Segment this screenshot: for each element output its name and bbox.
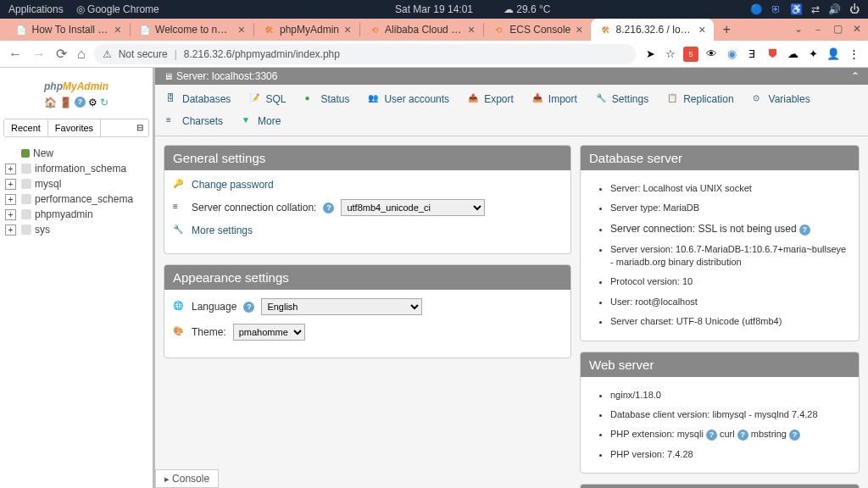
collation-select[interactable]: utf8mb4_unicode_ci <box>341 199 485 216</box>
close-icon[interactable]: × <box>698 23 705 36</box>
menu-sql[interactable]: 📝SQL <box>240 88 295 110</box>
ext-icon-2[interactable]: 👁 <box>704 47 719 62</box>
applications-menu[interactable]: Applications <box>8 3 64 15</box>
theme-label: Theme: <box>192 326 226 338</box>
recent-tab[interactable]: Recent <box>4 119 48 136</box>
close-icon[interactable]: × <box>344 23 351 36</box>
reload-button[interactable]: ⟳ <box>54 44 69 64</box>
language-select[interactable]: English <box>261 298 422 315</box>
menu-replication[interactable]: 📋Replication <box>658 88 743 110</box>
tree-db-item[interactable]: +phpmyadmin <box>5 207 147 222</box>
ext-icon-6[interactable]: ☁ <box>785 47 800 62</box>
settings-icon[interactable]: ⚙ <box>88 97 97 108</box>
server-breadcrumb[interactable]: 🖥 Server: localhost:3306⌃ <box>155 68 868 85</box>
home-button[interactable]: ⌂ <box>75 45 87 64</box>
tree-db-item[interactable]: +information_schema <box>5 161 147 176</box>
tree-db-item[interactable]: +performance_schema <box>5 191 147 207</box>
change-password-link[interactable]: Change password <box>192 179 274 191</box>
info-item: Server connection: SSL is not being used… <box>610 219 850 240</box>
send-icon[interactable]: ➤ <box>643 47 658 62</box>
tab-alibaba[interactable]: ⟲Alibaba Cloud Con× <box>360 19 483 41</box>
tree-new[interactable]: New <box>5 146 147 161</box>
tab-nginx[interactable]: 📄Welcome to nginx!× <box>131 19 253 41</box>
menu-export[interactable]: 📤Export <box>459 88 523 110</box>
panel-header: Web server <box>581 352 859 377</box>
help-icon[interactable]: ? <box>243 302 254 313</box>
menu-more[interactable]: ▼More <box>232 110 290 132</box>
web-server-panel: Web server nginx/1.18.0 Database client … <box>580 352 860 474</box>
close-icon[interactable]: × <box>576 23 582 36</box>
profile-icon[interactable]: 👤 <box>826 47 841 62</box>
more-settings-link[interactable]: More settings <box>192 225 253 236</box>
tree-db-item[interactable]: +mysql <box>5 176 147 191</box>
ext-icon-5[interactable]: ⛊ <box>765 47 780 62</box>
warning-icon: ⚠ <box>103 48 112 60</box>
menu-icon[interactable]: ⋮ <box>846 47 861 62</box>
tab-phpmyadmin[interactable]: 🛠phpMyAdmin× <box>254 19 359 41</box>
new-tab-button[interactable]: + <box>714 22 738 37</box>
menu-users[interactable]: 👥User accounts <box>359 88 459 110</box>
logo: phpMyAdmin 🏠 🚪 ? ⚙ ↻ <box>0 68 153 115</box>
collation-label: Server connection collation: <box>192 202 316 214</box>
theme-select[interactable]: pmahomme <box>233 324 305 341</box>
menu-settings[interactable]: 🔧Settings <box>587 88 658 110</box>
close-icon[interactable]: × <box>114 23 121 36</box>
info-item: Server: Localhost via UNIX socket <box>610 179 850 198</box>
volume-icon: 🔊 <box>828 3 841 15</box>
language-label: Language <box>192 301 236 313</box>
exit-icon[interactable]: 🚪 <box>59 97 72 108</box>
panel-header: Appearance settings <box>164 265 570 290</box>
url-text: 8.216.32.6/phpmyadmin/index.php <box>184 48 340 60</box>
forward-button[interactable]: → <box>31 45 47 64</box>
docs-icon[interactable]: ? <box>75 97 86 108</box>
info-item: PHP version: 7.4.28 <box>610 445 850 464</box>
weather: ☁ 29.6 °C <box>504 3 551 15</box>
minimize-icon[interactable]: － <box>813 23 823 37</box>
accessibility-icon: ♿ <box>790 3 803 15</box>
menu-status[interactable]: ●Status <box>295 88 359 110</box>
close-icon[interactable]: × <box>468 23 475 36</box>
reload-nav-icon[interactable]: ↻ <box>100 97 108 108</box>
collapse-icon[interactable]: ⊟ <box>131 119 148 136</box>
extensions-icon[interactable]: ✦ <box>805 47 821 62</box>
database-server-panel: Database server Server: Localhost via UN… <box>580 145 860 341</box>
info-item: nginx/1.18.0 <box>610 385 850 405</box>
general-settings-panel: General settings 🔑Change password ≡Serve… <box>164 145 571 254</box>
appearance-settings-panel: Appearance settings 🌐Language? English 🎨… <box>164 264 571 358</box>
help-icon[interactable]: ? <box>737 430 748 441</box>
close-icon[interactable]: × <box>238 23 245 36</box>
db-tree: New +information_schema +mysql +performa… <box>0 141 153 242</box>
info-item: Protocol version: 10 <box>610 272 850 291</box>
console-toggle[interactable]: ▸ Console <box>155 469 219 488</box>
help-icon[interactable]: ? <box>799 225 810 236</box>
ext-icon-4[interactable]: Ǝ <box>744 47 760 62</box>
info-item: Server charset: UTF-8 Unicode (utf8mb4) <box>610 312 850 331</box>
menu-import[interactable]: 📥Import <box>523 88 587 110</box>
chevron-down-icon[interactable]: ⌄ <box>794 23 803 37</box>
back-button[interactable]: ← <box>7 45 24 64</box>
menu-databases[interactable]: 🗄Databases <box>157 88 240 110</box>
url-input[interactable]: ⚠ Not secure | 8.216.32.6/phpmyadmin/ind… <box>94 44 636 64</box>
tab-ecs[interactable]: ⟲ECS Console× <box>484 19 591 41</box>
tree-db-item[interactable]: +sys <box>5 222 147 237</box>
help-icon[interactable]: ? <box>789 430 800 441</box>
collapse-top-icon[interactable]: ⌃ <box>851 70 860 82</box>
menu-charsets[interactable]: ≡Charsets <box>157 110 232 132</box>
favorites-tab[interactable]: Favorites <box>48 119 101 136</box>
menu-variables[interactable]: ⊙Variables <box>743 88 820 110</box>
shield-icon: ⛨ <box>771 3 782 15</box>
home-icon[interactable]: 🏠 <box>44 97 57 108</box>
chrome-indicator[interactable]: ◎ Google Chrome <box>76 3 159 15</box>
star-icon[interactable]: ☆ <box>663 47 678 62</box>
help-icon[interactable]: ? <box>706 430 717 441</box>
tab-localhost[interactable]: 🛠8.216.32.6 / localh× <box>591 19 714 41</box>
ext-icon-3[interactable]: ◉ <box>724 47 739 62</box>
help-icon[interactable]: ? <box>323 202 334 214</box>
close-window-icon[interactable]: ✕ <box>853 23 861 37</box>
info-item: PHP extension: mysqli ? curl ? mbstring … <box>610 424 850 444</box>
maximize-icon[interactable]: ▢ <box>833 23 843 37</box>
tab-howto[interactable]: 📄How To Install Mu× <box>7 19 130 41</box>
power-icon: ⏻ <box>849 3 860 15</box>
ext-icon-1[interactable]: 5 <box>683 47 698 62</box>
network-icon: ⇄ <box>811 3 820 15</box>
